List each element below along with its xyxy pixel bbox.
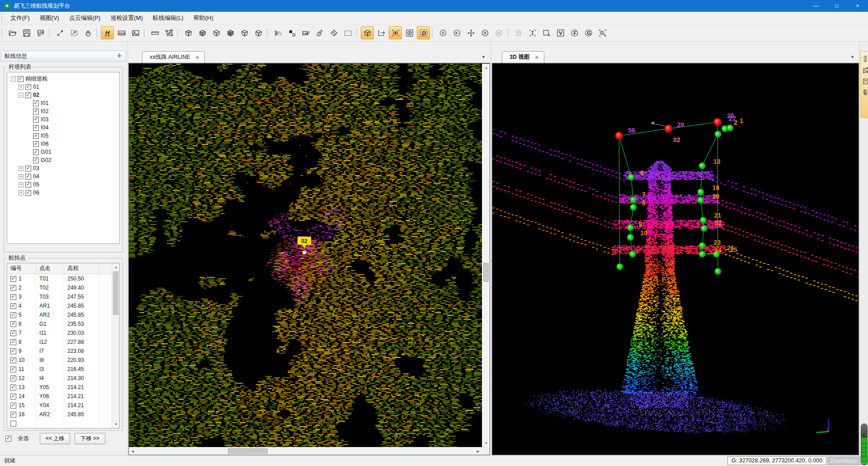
tree-item-05[interactable]: +05 — [8, 181, 118, 189]
waypoint-row[interactable]: 14Y06214.21 — [7, 392, 112, 401]
expand-icon[interactable]: + — [19, 182, 24, 187]
tree-item-02[interactable]: −02 — [8, 91, 118, 99]
toolbar-grip[interactable] — [96, 29, 98, 37]
tree-checkbox[interactable] — [33, 109, 39, 114]
waypoint-checkbox[interactable] — [10, 276, 16, 282]
waypoint-row[interactable]: 8I12227.88 — [7, 338, 112, 347]
label-tag-button[interactable]: LAB — [299, 26, 312, 39]
waypoint-checkbox[interactable] — [10, 421, 16, 427]
expand-vertical-button[interactable] — [526, 26, 539, 39]
point-classify-button[interactable] — [271, 26, 284, 39]
tree-item-G01[interactable]: G01 — [8, 148, 118, 156]
menu-item-3[interactable]: 巡检设置(M) — [105, 12, 148, 24]
tree-checkbox[interactable] — [25, 174, 31, 180]
open-file-button[interactable] — [6, 26, 19, 39]
tower-tree[interactable]: −精细巡检+01−02I01I02I03I04I05I06G01G02+03+0… — [7, 72, 120, 244]
tree-checkbox[interactable] — [25, 84, 31, 90]
collapse-icon[interactable]: − — [19, 93, 24, 98]
f-mode-button[interactable]: F — [568, 26, 581, 39]
clip-cube-outline-3-button[interactable] — [252, 26, 265, 39]
tree-item-I01[interactable]: I01 — [8, 99, 118, 107]
tree-item-06[interactable]: +06 — [8, 189, 118, 197]
waypoint-row[interactable]: 10I8220.93 — [7, 356, 112, 365]
auto-hide-pin-icon[interactable] — [117, 53, 122, 60]
scroll-left-icon[interactable]: ◀ — [129, 447, 137, 455]
pan-hand-button[interactable] — [81, 26, 94, 39]
brush-clean-button[interactable] — [313, 26, 326, 39]
zoom-slider-thumb[interactable] — [861, 424, 867, 437]
waypoint-row[interactable]: 16AR2245.85 — [7, 410, 112, 419]
lab-tag-icon[interactable]: LAB — [862, 89, 868, 96]
select-all-checkbox[interactable] — [5, 436, 11, 442]
tree-checkbox[interactable] — [25, 166, 31, 171]
minimize-button[interactable]: — — [806, 0, 826, 12]
expand-icon[interactable]: + — [19, 174, 24, 179]
toolbar-grip[interactable] — [267, 29, 269, 37]
export-view-button[interactable] — [375, 26, 388, 39]
waypoint-checkbox[interactable] — [10, 357, 16, 363]
scroll-up-icon[interactable]: ▲ — [112, 263, 120, 271]
scroll-right-icon[interactable]: ▶ — [474, 447, 482, 455]
waypoint-checkbox[interactable] — [10, 366, 16, 372]
waypoint-row[interactable]: 7I11230.03 — [7, 328, 112, 338]
toolbar-grip[interactable] — [49, 29, 51, 37]
tree-item-I03[interactable]: I03 — [8, 115, 118, 124]
tree-item-01[interactable]: +01 — [8, 83, 118, 91]
tree-checkbox[interactable] — [18, 76, 24, 82]
fit-view-button[interactable] — [53, 26, 66, 39]
top-view-vscroll[interactable]: ▲ ▼ — [482, 64, 490, 447]
height-render-mode-button[interactable]: H — [101, 26, 114, 39]
waypoint-row[interactable] — [7, 419, 112, 428]
toolbar-grip[interactable] — [1, 29, 3, 37]
toolbar-grip[interactable] — [507, 29, 509, 37]
tree-checkbox[interactable] — [33, 141, 39, 147]
menu-item-1[interactable]: 视图(V) — [35, 12, 64, 24]
tree-item-04[interactable]: +04 — [8, 172, 118, 181]
tree-checkbox[interactable] — [33, 133, 39, 139]
scrollbar-thumb[interactable] — [483, 263, 489, 282]
close-button[interactable]: × — [847, 0, 868, 12]
waypoint-table-scrollbar[interactable]: ▲ ▼ — [112, 263, 119, 428]
waypoint-checkbox[interactable] — [10, 412, 16, 418]
move-up-button[interactable]: << 上移 — [40, 433, 70, 444]
tree-item-I06[interactable]: I06 — [8, 140, 118, 148]
collapse-icon[interactable]: − — [11, 76, 16, 81]
delete-view-button[interactable] — [478, 26, 491, 39]
waypoint-row[interactable]: 11I3216.45 — [7, 365, 112, 374]
column-header-高程[interactable]: 高程 — [64, 263, 99, 274]
tree-checkbox[interactable] — [25, 92, 31, 98]
menu-item-2[interactable]: 点云编辑(P) — [64, 12, 105, 24]
waypoint-row[interactable]: 15Y04214.21 — [7, 401, 112, 410]
waypoint-row[interactable]: 3T03247.55 — [7, 292, 112, 301]
fit-box-button[interactable] — [67, 26, 80, 39]
d-mode-button[interactable]: D — [417, 26, 430, 39]
top-view-canvas[interactable] — [129, 64, 482, 447]
expand-icon[interactable]: + — [19, 190, 24, 195]
scrollbar-track[interactable] — [482, 71, 490, 439]
tree-item-精细巡检[interactable]: −精细巡检 — [8, 75, 118, 83]
waypoint-checkbox[interactable] — [10, 312, 16, 318]
scrollbar-thumb[interactable] — [228, 448, 268, 454]
waypoint-checkbox[interactable] — [10, 285, 16, 291]
ruler-measure-button[interactable] — [148, 26, 161, 39]
waypoint-row[interactable]: 6G1235.53 — [7, 319, 112, 328]
toolbar-grip[interactable] — [144, 29, 146, 37]
layers-disc-button[interactable] — [403, 26, 416, 39]
polygon-measure-icon[interactable] — [862, 67, 868, 74]
tree-checkbox[interactable] — [33, 100, 39, 106]
waypoint-row[interactable]: 13Y05214.21 — [7, 383, 112, 392]
waypoint-checkbox[interactable] — [10, 394, 16, 399]
tab-overflow-icon[interactable]: ▼ — [481, 55, 486, 59]
top-view-hscroll[interactable]: ◀ ▶ — [129, 447, 482, 455]
tree-checkbox[interactable] — [33, 125, 39, 131]
toolbar-grip[interactable] — [432, 29, 434, 37]
toolbar-grip[interactable] — [356, 29, 358, 37]
tab-overflow-icon[interactable]: ▼ — [850, 55, 854, 59]
move-down-button[interactable]: 下移 >> — [75, 433, 105, 444]
menu-item-5[interactable]: 帮助(H) — [189, 12, 218, 24]
tree-item-03[interactable]: +03 — [8, 164, 118, 172]
tree-checkbox[interactable] — [33, 149, 39, 155]
v-mode-button[interactable]: V — [554, 26, 567, 39]
tree-item-I05[interactable]: I05 — [8, 132, 118, 140]
waypoint-row[interactable]: 4AR1245.85 — [7, 301, 112, 310]
